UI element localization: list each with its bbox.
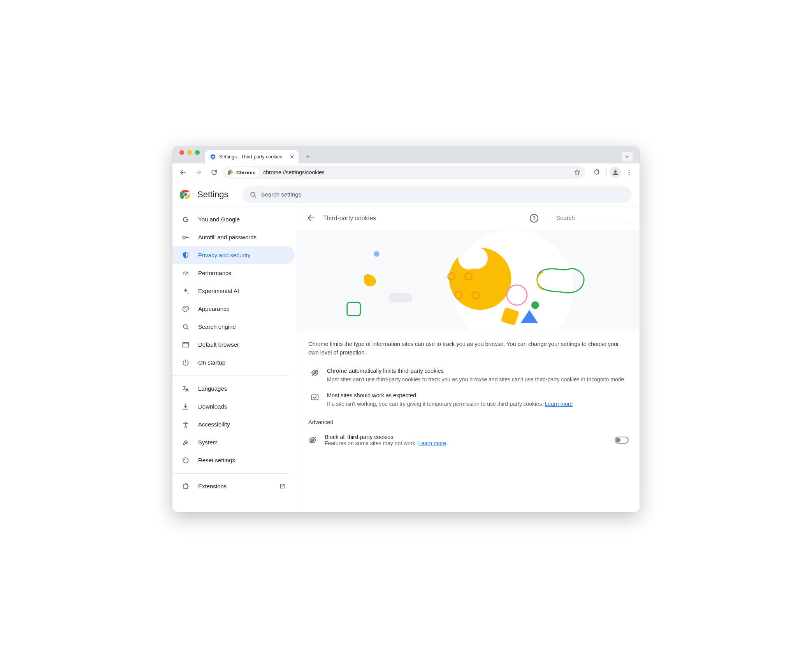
chrome-logo-icon (180, 189, 191, 200)
search-icon (250, 191, 257, 198)
bookmark-button[interactable] (571, 167, 583, 178)
advanced-heading: Advanced (308, 419, 629, 425)
learn-more-link[interactable]: Learn more (545, 401, 573, 407)
browser-tab[interactable]: Settings - Third-party cookies (205, 150, 299, 163)
nav-item-autofill[interactable]: Autofill and passwords (172, 228, 295, 246)
browser-menu-button[interactable] (622, 166, 636, 179)
reload-icon (211, 169, 218, 176)
settings-title: Settings (197, 190, 228, 200)
svg-rect-16 (183, 342, 189, 347)
nav-label: On startup (198, 359, 225, 366)
tab-list-button[interactable] (622, 152, 633, 161)
block-title: Block all third-party cookies (325, 434, 608, 440)
nav-label: Downloads (198, 403, 227, 410)
svg-point-15 (183, 325, 187, 328)
svg-point-20 (374, 251, 379, 256)
browser-toolbar: Chrome chrome://settings/cookies (172, 163, 640, 182)
nav-item-reset-settings[interactable]: Reset settings (172, 451, 295, 469)
checkbox-on-icon (311, 392, 321, 408)
nav-label: Extensions (198, 483, 227, 490)
sidebar-divider (172, 375, 289, 376)
separator (606, 168, 607, 176)
profile-button[interactable] (610, 167, 621, 178)
close-window-button[interactable] (179, 150, 184, 155)
svg-rect-31 (312, 395, 318, 400)
nav-item-you-and-google[interactable]: You and Google (172, 211, 295, 228)
section-title: Third-party cookies (323, 215, 523, 222)
section-back-button[interactable] (307, 214, 316, 223)
sparkle-icon (182, 287, 190, 295)
reset-icon (182, 456, 190, 464)
block-all-row: Block all third-party cookies Features o… (308, 432, 629, 449)
nav-label: Performance (198, 270, 232, 276)
speedometer-icon (182, 269, 190, 277)
google-g-icon (182, 216, 190, 223)
reload-button[interactable] (207, 166, 221, 179)
nav-label: System (198, 439, 218, 446)
visibility-off-icon (308, 436, 318, 444)
new-tab-button[interactable] (302, 151, 313, 162)
settings-gear-icon (210, 154, 216, 160)
maximize-window-button[interactable] (195, 150, 200, 155)
accessibility-icon (182, 421, 190, 428)
nav-item-default-browser[interactable]: Default browser (172, 336, 295, 354)
svg-point-18 (552, 217, 553, 218)
close-tab-icon[interactable] (289, 154, 295, 160)
url-text: chrome://settings/cookies (261, 169, 570, 175)
site-chip-label: Chrome (236, 170, 255, 175)
palette-icon (182, 305, 190, 313)
key-icon (182, 233, 190, 241)
tab-title: Settings - Third-party cookies (219, 154, 286, 160)
svg-point-12 (184, 308, 185, 309)
address-bar[interactable]: Chrome chrome://settings/cookies (223, 166, 585, 179)
nav-item-appearance[interactable]: Appearance (172, 300, 295, 318)
settings-sidebar: You and Google Autofill and passwords Pr… (172, 207, 297, 512)
nav-item-privacy-security[interactable]: Privacy and security (172, 246, 295, 264)
extensions-button[interactable] (590, 166, 603, 179)
nav-item-downloads[interactable]: Downloads (172, 398, 295, 416)
block-all-toggle[interactable] (615, 437, 629, 444)
shield-icon (182, 251, 190, 259)
search-icon (182, 323, 190, 331)
settings-header: Settings Search settings (172, 182, 640, 207)
svg-point-17 (185, 421, 186, 423)
intro-text: Chrome limits the type of information si… (308, 340, 629, 357)
section-header: Third-party cookies ? (297, 207, 640, 229)
minimize-window-button[interactable] (187, 150, 192, 155)
visibility-off-icon (311, 368, 321, 384)
svg-point-6 (629, 174, 630, 175)
section-search[interactable] (552, 214, 630, 222)
settings-main: Third-party cookies ? (297, 207, 640, 512)
hero-art-icon (297, 229, 640, 330)
plus-icon (305, 154, 311, 160)
sidebar-divider (172, 473, 289, 474)
nav-item-extensions[interactable]: Extensions (172, 477, 295, 495)
external-link-icon (279, 483, 285, 490)
nav-item-search-engine[interactable]: Search engine (172, 318, 295, 336)
info-row-expected: Most sites should work as expected If a … (308, 389, 629, 414)
nav-item-system[interactable]: System (172, 433, 295, 451)
back-button[interactable] (176, 166, 190, 179)
help-button[interactable]: ? (530, 214, 538, 223)
chrome-icon (228, 169, 234, 175)
puzzle-icon (593, 169, 600, 176)
window-controls (172, 150, 205, 160)
arrow-left-icon (307, 214, 315, 222)
site-chip[interactable]: Chrome (225, 167, 259, 177)
tab-strip: Settings - Third-party cookies (205, 146, 640, 163)
nav-item-accessibility[interactable]: Accessibility (172, 416, 295, 433)
section-search-input[interactable] (556, 214, 630, 221)
browser-window: Settings - Third-party cookies Chrome (172, 146, 640, 512)
nav-label: Autofill and passwords (198, 234, 257, 240)
nav-item-on-startup[interactable]: On startup (172, 354, 295, 372)
translate-icon (182, 385, 190, 393)
more-vert-icon (626, 169, 632, 175)
nav-item-experimental-ai[interactable]: Experimental AI (172, 282, 295, 300)
nav-item-performance[interactable]: Performance (172, 264, 295, 282)
learn-more-link[interactable]: Learn more (418, 440, 446, 446)
star-icon (574, 169, 581, 176)
forward-button[interactable] (192, 166, 205, 179)
nav-item-languages[interactable]: Languages (172, 380, 295, 398)
settings-search[interactable]: Search settings (243, 186, 632, 203)
person-icon (612, 169, 619, 176)
